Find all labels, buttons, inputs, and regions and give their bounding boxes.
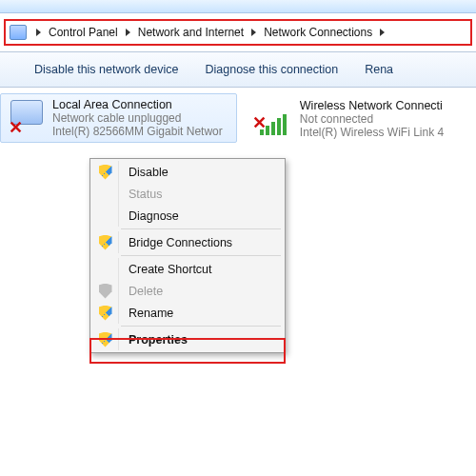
menu-separator [121,326,281,327]
breadcrumb-arrow-icon[interactable] [126,29,130,36]
menu-item-delete: Delete [92,280,283,302]
shield-icon [99,284,112,299]
error-x-icon: ✕ [9,119,26,136]
connections-list: ✕ Local Area Connection Network cable un… [0,88,476,143]
connection-status: Not connected [300,112,444,126]
computer-icon [10,25,27,40]
breadcrumb-area: Control Panel Network and Internet Netwo… [0,13,476,51]
menu-item-bridge-connections[interactable]: Bridge Connections [92,231,283,253]
breadcrumb-control-panel[interactable]: Control Panel [49,26,118,39]
menu-separator [121,228,281,229]
connection-status: Network cable unplugged [52,111,223,125]
shield-icon [99,306,112,321]
shield-icon [99,165,112,180]
breadcrumb-arrow-icon[interactable] [380,29,385,36]
context-menu: Disable Status Diagnose Bridge Connectio… [89,158,286,353]
connection-item-lan[interactable]: ✕ Local Area Connection Network cable un… [0,93,237,143]
breadcrumb-arrow-icon[interactable] [36,29,41,36]
breadcrumb-network-and-internet[interactable]: Network and Internet [138,26,244,39]
connection-item-wifi[interactable]: ✕ Wireless Network Connecti Not connecte… [248,93,476,143]
connection-name: Local Area Connection [52,98,223,111]
connection-device: Intel(R) Wireless WiFi Link 4 [300,126,444,139]
disable-device-button[interactable]: Disable this network device [34,63,178,76]
wifi-signal-icon [260,114,287,135]
breadcrumb[interactable]: Control Panel Network and Internet Netwo… [4,19,472,46]
toolbar: Disable this network device Diagnose thi… [0,51,476,88]
window-titlebar [0,0,476,13]
connection-device: Intel(R) 82566MM Gigabit Networ [52,125,223,138]
network-adapter-icon: ✕ [7,98,47,138]
menu-item-disable[interactable]: Disable [92,161,283,183]
connection-name: Wireless Network Connecti [300,99,444,112]
menu-item-rename[interactable]: Rename [92,302,283,324]
rename-connection-button[interactable]: Rena [365,63,393,76]
menu-separator [121,255,281,256]
menu-item-properties[interactable]: Properties [92,328,283,350]
wifi-adapter-icon: ✕ [254,99,294,139]
menu-item-diagnose[interactable]: Diagnose [92,205,283,227]
menu-item-create-shortcut[interactable]: Create Shortcut [92,258,283,280]
breadcrumb-arrow-icon[interactable] [251,29,256,36]
shield-icon [99,235,112,250]
shield-icon [99,332,112,347]
diagnose-connection-button[interactable]: Diagnose this connection [205,63,338,76]
menu-item-status: Status [92,183,283,205]
breadcrumb-network-connections[interactable]: Network Connections [264,26,372,39]
